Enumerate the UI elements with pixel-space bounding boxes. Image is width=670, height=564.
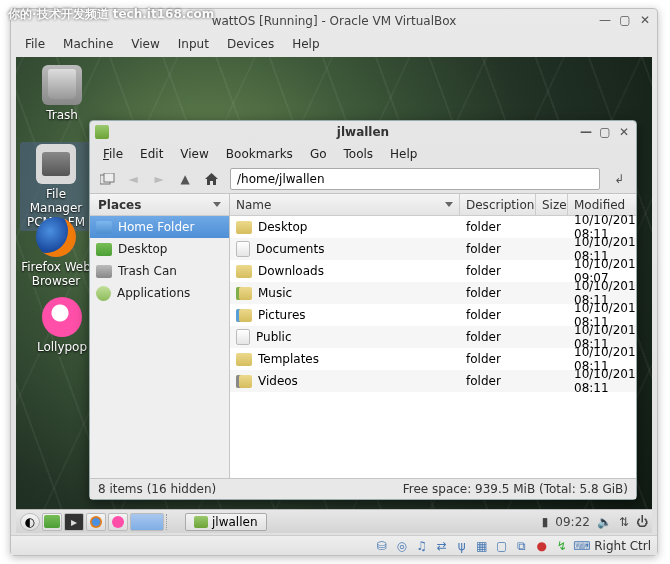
fm-menu-tools[interactable]: Tools [337, 145, 381, 163]
start-button[interactable]: ◐ [20, 513, 40, 531]
file-desc: folder [466, 374, 501, 388]
volume-icon[interactable]: 🔈 [597, 515, 612, 529]
desktop-icon-label: Firefox Web Browser [20, 260, 92, 288]
taskbar: ◐ ▸ jlwallen ▮ 09:22 🔈 ⇅ ⏻ [16, 509, 652, 533]
back-button[interactable]: ◄ [122, 168, 144, 190]
vb-audio-icon[interactable]: ♫ [414, 539, 429, 553]
fm-menu-edit[interactable]: Edit [133, 145, 170, 163]
fm-maximize-button[interactable]: ▢ [597, 124, 613, 140]
chevron-down-icon [213, 202, 221, 207]
vbox-close-button[interactable]: ✕ [637, 12, 653, 28]
vbox-menu-devices[interactable]: Devices [219, 35, 282, 53]
place-apps[interactable]: Applications [90, 282, 229, 304]
guest-desktop[interactable]: Trash File Manager PCManFM Firefox Web B… [16, 57, 652, 533]
apps-icon [96, 286, 111, 301]
folder-icon [236, 241, 250, 257]
show-desktop-button[interactable] [130, 513, 164, 531]
panel-lollypop-button[interactable] [108, 513, 128, 531]
col-desc[interactable]: Description [460, 194, 536, 215]
fm-menu-help[interactable]: Help [383, 145, 424, 163]
vb-hdd-icon[interactable]: ⛁ [374, 539, 389, 553]
desktop-icon-firefox[interactable]: Firefox Web Browser [20, 217, 92, 288]
place-label: Desktop [118, 242, 168, 256]
file-name: Documents [256, 242, 324, 256]
place-desk[interactable]: Desktop [90, 238, 229, 260]
battery-icon[interactable]: ▮ [542, 515, 549, 529]
place-home[interactable]: Home Folder [90, 216, 229, 238]
file-modified: 10/10/2016 08:11 [574, 367, 636, 395]
folder-icon [236, 287, 252, 300]
system-tray: ▮ 09:22 🔈 ⇅ ⏻ [542, 515, 648, 529]
panel-firefox-button[interactable] [86, 513, 106, 531]
home-icon [96, 221, 112, 234]
place-trashp[interactable]: Trash Can [90, 260, 229, 282]
panel-fm-button[interactable] [42, 513, 62, 531]
vbox-menu-file[interactable]: File [17, 35, 53, 53]
file-name: Desktop [258, 220, 308, 234]
taskbar-task-jlwallen[interactable]: jlwallen [185, 513, 267, 531]
folder-icon [236, 265, 252, 278]
desktop-icon-lollypop[interactable]: Lollypop [26, 297, 98, 354]
vb-network-icon[interactable]: ⇄ [434, 539, 449, 553]
vb-usb-icon[interactable]: ψ [454, 539, 469, 553]
fm-menu-view[interactable]: View [173, 145, 215, 163]
col-name[interactable]: Name [230, 194, 460, 215]
fm-menu-bookmarks[interactable]: Bookmarks [219, 145, 300, 163]
places-header[interactable]: Places [90, 194, 229, 216]
file-list: Name Description Size Modified Desktopfo… [230, 194, 636, 478]
watermark-text: 你的·技术开发频道 tech.it168.com [8, 6, 214, 23]
file-name: Public [256, 330, 292, 344]
filemanager-window[interactable]: jlwallen — ▢ ✕ File Edit View Bookmarks … [89, 120, 637, 500]
vbox-menu-input[interactable]: Input [170, 35, 217, 53]
fm-title: jlwallen [337, 125, 389, 139]
desk-icon [96, 243, 112, 256]
file-row[interactable]: Videosfolder10/10/2016 08:11 [230, 370, 636, 392]
svg-rect-1 [104, 173, 114, 182]
home-button[interactable] [200, 168, 222, 190]
vb-keyboard-icon[interactable]: ⌨ [574, 539, 589, 553]
vb-shared-icon[interactable]: ▦ [474, 539, 489, 553]
fm-minimize-button[interactable]: — [578, 124, 594, 140]
up-button[interactable]: ▲ [174, 168, 196, 190]
file-desc: folder [466, 308, 501, 322]
fm-titlebar[interactable]: jlwallen — ▢ ✕ [90, 121, 636, 143]
col-modified[interactable]: Modified [568, 194, 636, 215]
sort-indicator-icon [445, 202, 453, 207]
place-label: Home Folder [118, 220, 194, 234]
vb-optical-icon[interactable]: ◎ [394, 539, 409, 553]
vb-recording-icon[interactable]: ● [534, 539, 549, 553]
fm-menu-go[interactable]: Go [303, 145, 334, 163]
clock[interactable]: 09:22 [555, 515, 590, 529]
network-icon[interactable]: ⇅ [619, 515, 629, 529]
newtab-button[interactable] [96, 168, 118, 190]
fm-close-button[interactable]: ✕ [616, 124, 632, 140]
vb-capture-icon[interactable]: ⧉ [514, 539, 529, 553]
power-icon[interactable]: ⏻ [636, 515, 648, 529]
location-text: /home/jlwallen [237, 172, 325, 186]
folder-icon [236, 353, 252, 366]
forward-button[interactable]: ► [148, 168, 170, 190]
location-bar[interactable]: /home/jlwallen [230, 168, 600, 190]
file-desc: folder [466, 242, 501, 256]
panel-term-button[interactable]: ▸ [64, 513, 84, 531]
vbox-menu-machine[interactable]: Machine [55, 35, 121, 53]
vb-mouse-icon[interactable]: ↯ [554, 539, 569, 553]
vbox-menu-help[interactable]: Help [284, 35, 327, 53]
fm-toolbar: ◄ ► ▲ /home/jlwallen ↲ [90, 165, 636, 193]
fm-menu-file[interactable]: File [96, 145, 130, 163]
vbox-maximize-button[interactable]: ▢ [617, 12, 633, 28]
vbox-menu-view[interactable]: View [123, 35, 167, 53]
lollypop-icon [112, 516, 124, 528]
desktop-icon-trash[interactable]: Trash [26, 65, 98, 122]
file-desc: folder [466, 352, 501, 366]
vb-display-icon[interactable]: ▢ [494, 539, 509, 553]
fm-menubar: File Edit View Bookmarks Go Tools Help [90, 143, 636, 165]
firefox-icon [36, 217, 76, 257]
vbox-minimize-button[interactable]: — [597, 12, 613, 28]
folder-icon [236, 309, 252, 322]
folder-icon [236, 329, 250, 345]
file-name: Music [258, 286, 292, 300]
vb-hostkey[interactable]: Right Ctrl [594, 539, 651, 553]
col-size[interactable]: Size [536, 194, 568, 215]
go-button[interactable]: ↲ [608, 168, 630, 190]
